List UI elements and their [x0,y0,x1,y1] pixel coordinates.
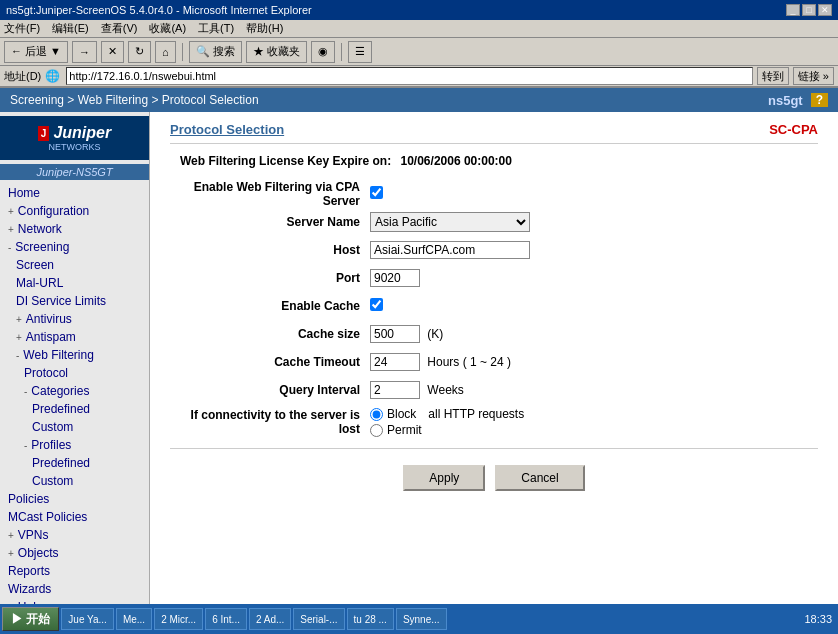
menu-tools[interactable]: 工具(T) [198,21,234,36]
sidebar-item-antispam[interactable]: +Antispam [0,328,149,346]
sidebar-item-protocol[interactable]: Protocol [0,364,149,382]
logo-sub: NETWORKS [48,142,100,152]
row-cache-size: Cache size (K) [170,320,818,348]
forward-button[interactable]: → [72,41,97,63]
sidebar-item-profiles[interactable]: -Profiles [0,436,149,454]
sidebar-item-predefined1[interactable]: Predefined [0,400,149,418]
taskbar-item-5[interactable]: Serial-... [293,608,344,630]
sidebar-item-objects[interactable]: +Objects [0,544,149,562]
sidebar-item-screen[interactable]: Screen [0,256,149,274]
sidebar-item-categories[interactable]: -Categories [0,382,149,400]
query-interval-unit: Weeks [427,383,463,397]
sidebar-item-network[interactable]: +Network [0,220,149,238]
menu-view[interactable]: 查看(V) [101,21,138,36]
mal-url-label: Mal-URL [16,276,63,290]
server-name-label: Server Name [170,208,370,236]
configuration-label: Configuration [18,204,89,218]
logo-text: Juniper [53,124,111,142]
sidebar-item-wizards[interactable]: Wizards [0,580,149,598]
sidebar-device-name: Juniper-NS5GT [0,164,149,180]
port-input[interactable] [370,269,420,287]
sidebar-item-home[interactable]: Home [0,184,149,202]
help-button[interactable]: ? [811,93,828,107]
block-label: Block [387,407,416,421]
taskbar-item-4[interactable]: 2 Ad... [249,608,291,630]
sidebar-item-policies[interactable]: Policies [0,490,149,508]
go-button[interactable]: 转到 [757,67,789,85]
license-value: 10/06/2006 00:00:00 [401,154,512,168]
minimize-button[interactable]: _ [786,4,800,16]
stop-button[interactable]: ✕ [101,41,124,63]
cache-size-input[interactable] [370,325,420,343]
block-radio[interactable] [370,408,383,421]
search-button[interactable]: 🔍 搜索 [189,41,242,63]
cache-timeout-input[interactable] [370,353,420,371]
permit-radio[interactable] [370,424,383,437]
taskbar-item-7[interactable]: Synne... [396,608,447,630]
sidebar-item-di-service[interactable]: DI Service Limits [0,292,149,310]
enable-webfiltering-value [370,180,818,208]
enable-cache-checkbox[interactable] [370,298,383,311]
cache-size-value: (K) [370,320,818,348]
sidebar-item-configuration[interactable]: +Configuration [0,202,149,220]
close-button[interactable]: ✕ [818,4,832,16]
di-service-label: DI Service Limits [16,294,106,308]
taskbar-item-6[interactable]: tu 28 ... [347,608,394,630]
start-button[interactable]: ▶ 开始 [2,607,59,631]
cache-size-unit: (K) [427,327,443,341]
main-layout: J Juniper NETWORKS Juniper-NS5GT Home +C… [0,112,838,616]
home-button[interactable]: ⌂ [155,41,176,63]
sidebar-item-custom2[interactable]: Custom [0,472,149,490]
menu-edit[interactable]: 编辑(E) [52,21,89,36]
taskbar: ▶ 开始 Jue Ya... Me... 2 Micr... 6 Int... … [0,604,838,634]
content-title[interactable]: Protocol Selection [170,122,284,137]
menu-file[interactable]: 文件(F) [4,21,40,36]
row-port: Port [170,264,818,292]
enable-cache-label: Enable Cache [170,292,370,320]
sidebar-item-mcast-policies[interactable]: MCast Policies [0,508,149,526]
refresh-button[interactable]: ↻ [128,41,151,63]
query-interval-value: Weeks [370,376,818,404]
server-name-select[interactable]: Asia Pacific Americas Europe [370,212,530,232]
port-value [370,264,818,292]
content-area: Protocol Selection SC-CPA Web Filtering … [150,112,838,616]
history-button[interactable]: ☰ [348,41,372,63]
taskbar-clock: 18:33 [804,613,836,625]
menu-favorites[interactable]: 收藏(A) [149,21,186,36]
sidebar-item-web-filtering[interactable]: -Web Filtering [0,346,149,364]
media-button[interactable]: ◉ [311,41,335,63]
favorites-button[interactable]: ★ 收藏夹 [246,41,307,63]
row-cache-timeout: Cache Timeout Hours ( 1 ~ 24 ) [170,348,818,376]
categories-label: Categories [31,384,89,398]
taskbar-item-3[interactable]: 6 Int... [205,608,247,630]
menu-help[interactable]: 帮助(H) [246,21,283,36]
host-input[interactable] [370,241,530,259]
address-input[interactable] [66,67,753,85]
divider [170,448,818,449]
sidebar-item-reports[interactable]: Reports [0,562,149,580]
query-interval-input[interactable] [370,381,420,399]
sidebar-item-vpns[interactable]: +VPNs [0,526,149,544]
predefined2-label: Predefined [32,456,90,470]
custom1-label: Custom [32,420,73,434]
taskbar-item-0[interactable]: Jue Ya... [61,608,114,630]
back-button[interactable]: ← 后退 ▼ [4,41,68,63]
sidebar-item-mal-url[interactable]: Mal-URL [0,274,149,292]
taskbar-item-1[interactable]: Me... [116,608,152,630]
window-controls[interactable]: _ □ ✕ [786,4,832,16]
links-button[interactable]: 链接 » [793,67,834,85]
row-host: Host [170,236,818,264]
web-filtering-label: Web Filtering [23,348,93,362]
sidebar-item-screening[interactable]: -Screening [0,238,149,256]
sidebar-item-antivirus[interactable]: +Antivirus [0,310,149,328]
maximize-button[interactable]: □ [802,4,816,16]
enable-webfiltering-checkbox[interactable] [370,186,383,199]
sidebar-item-predefined2[interactable]: Predefined [0,454,149,472]
cancel-button[interactable]: Cancel [495,465,584,491]
sidebar-item-custom1[interactable]: Custom [0,418,149,436]
toolbar: ← 后退 ▼ → ✕ ↻ ⌂ 🔍 搜索 ★ 收藏夹 ◉ ☰ [0,38,838,66]
apply-button[interactable]: Apply [403,465,485,491]
device-name: ns5gt [768,93,803,108]
query-interval-label: Query Interval [170,376,370,404]
taskbar-item-2[interactable]: 2 Micr... [154,608,203,630]
